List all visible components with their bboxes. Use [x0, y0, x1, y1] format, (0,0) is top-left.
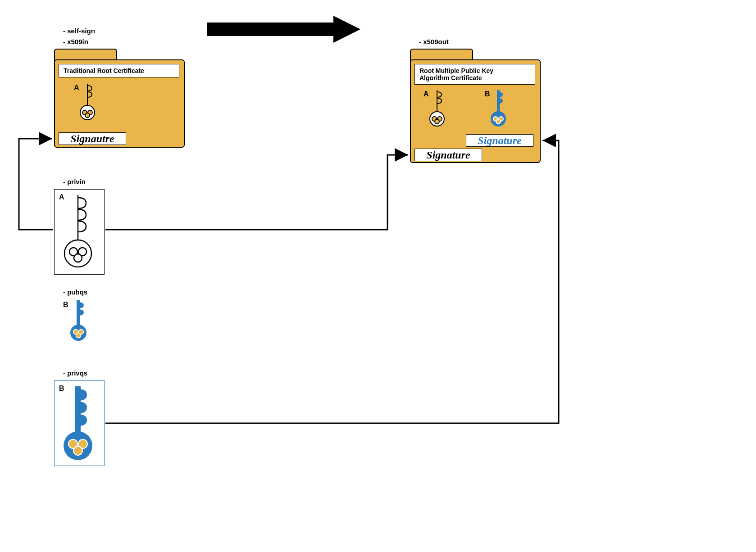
label-privqs: - privqs [63, 369, 87, 377]
right-cert-key-a-label: A [424, 90, 429, 98]
privqs-key-label: B [59, 385, 64, 393]
label-self-sign: - self-sign [63, 27, 95, 35]
left-cert-signature-text: Signautre [70, 133, 114, 145]
traditional-root-cert-folder: Traditional Root Certificate A Signautre [54, 49, 185, 148]
traditional-root-title-text: Traditional Root Certificate [64, 67, 144, 74]
left-cert-signature: Signautre [59, 132, 126, 145]
svg-rect-0 [207, 23, 333, 36]
right-cert-signature-black-text: Signature [426, 149, 470, 161]
left-cert-key-a-icon [82, 83, 97, 123]
left-cert-key-a-label: A [74, 84, 79, 92]
privqs-key-icon [68, 385, 100, 464]
privin-key-box: A [54, 189, 105, 275]
svg-point-6 [85, 113, 90, 118]
right-cert-key-b-label: B [485, 90, 490, 98]
right-cert-signature-blue: Signature [466, 134, 533, 147]
label-privin: - privin [63, 178, 86, 186]
pubqs-key-label: B [63, 301, 68, 309]
mpka-cert-title: Root Multiple Public Key Algorithm Certi… [414, 64, 535, 85]
privin-key-label: A [59, 193, 64, 201]
traditional-root-title: Traditional Root Certificate [59, 64, 179, 77]
right-cert-signature-blue-text: Signature [478, 135, 521, 147]
diagram-canvas: - self-sign - x509in - x509out Tradition… [0, 0, 756, 552]
right-cert-key-a-icon [432, 89, 447, 130]
mpka-cert-title-line1: Root Multiple Public Key [419, 67, 493, 74]
mpka-cert-title-line2: Algorithm Certificate [419, 74, 482, 81]
svg-marker-1 [333, 16, 360, 43]
pubqs-key-icon [72, 299, 90, 344]
svg-point-21 [74, 254, 82, 262]
svg-point-31 [73, 446, 82, 455]
right-cert-signature-black: Signature [414, 149, 482, 161]
svg-point-11 [435, 119, 439, 124]
privqs-key-box: B [54, 380, 105, 466]
privin-key-icon [68, 194, 100, 273]
right-cert-key-b-icon [493, 89, 508, 130]
label-x509in: - x509in [63, 38, 88, 45]
svg-point-16 [496, 119, 501, 124]
svg-point-26 [76, 333, 81, 338]
label-pubqs: - pubqs [63, 288, 87, 296]
mpka-cert-folder: Root Multiple Public Key Algorithm Certi… [410, 49, 541, 163]
label-x509out: - x509out [419, 38, 449, 45]
